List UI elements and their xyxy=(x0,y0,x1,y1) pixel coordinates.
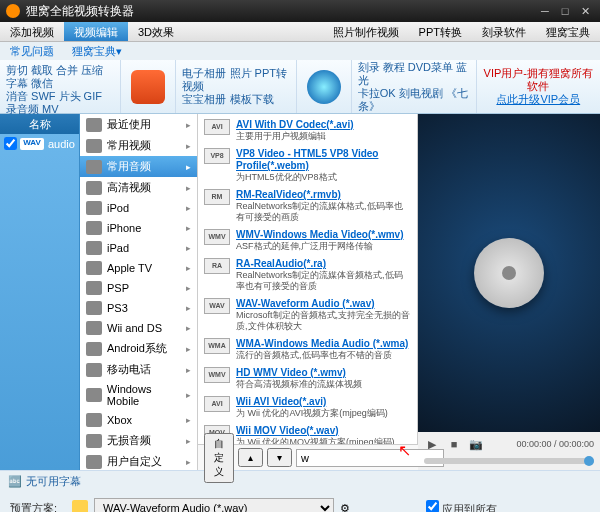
wav-icon: WAV xyxy=(20,138,44,150)
category-item[interactable]: 高清视频▸ xyxy=(80,177,197,198)
chevron-right-icon: ▸ xyxy=(186,303,191,313)
category-icon xyxy=(86,413,102,427)
category-item[interactable]: 常用视频▸ xyxy=(80,135,197,156)
category-item[interactable]: 常用音频▸ xyxy=(80,156,197,177)
list-item[interactable]: WAV audio xyxy=(0,134,79,153)
apply-all-checkbox[interactable] xyxy=(426,500,439,513)
category-icon xyxy=(86,139,102,153)
category-item[interactable]: iPhone▸ xyxy=(80,218,197,238)
vip-upgrade-link[interactable]: 点此升级VIP会员 xyxy=(483,93,594,106)
category-item[interactable]: Windows Mobile▸ xyxy=(80,380,197,410)
format-item[interactable]: VP8VP8 Video - HTML5 VP8 Video Profile(*… xyxy=(198,145,417,186)
category-icon xyxy=(86,342,102,356)
up-button[interactable]: ▴ xyxy=(238,448,263,467)
category-list: 最近使用▸常用视频▸常用音频▸高清视频▸iPod▸iPhone▸iPad▸App… xyxy=(80,114,198,470)
chevron-right-icon: ▸ xyxy=(186,141,191,151)
toolbar-vip[interactable]: VIP用户-拥有狸窝所有软件 点此升级VIP会员 xyxy=(476,60,600,113)
preview-panel: ▶ ■ 📷 00:00:00 / 00:00:00 xyxy=(418,114,600,470)
format-badge-icon: RM xyxy=(204,189,230,205)
category-icon xyxy=(86,281,102,295)
disc-icon[interactable] xyxy=(307,70,341,104)
format-item[interactable]: AVIAVI With DV Codec(*.avi)主要用于用户视频编辑 xyxy=(198,116,417,145)
format-badge-icon: AVI xyxy=(204,396,230,412)
category-icon xyxy=(86,118,102,132)
menu-3d-effect[interactable]: 3D效果 xyxy=(128,22,184,41)
category-icon xyxy=(86,301,102,315)
category-item[interactable]: Xbox▸ xyxy=(80,410,197,430)
format-badge-icon: WMV xyxy=(204,229,230,245)
preview-screen xyxy=(418,114,600,432)
menu-photo-video[interactable]: 照片制作视频 xyxy=(323,22,409,41)
close-icon[interactable]: ✕ xyxy=(576,4,594,18)
custom-button[interactable]: 自定义 xyxy=(204,433,234,483)
category-item[interactable]: 用户自定义▸ xyxy=(80,451,197,470)
format-badge-icon: RA xyxy=(204,258,230,274)
category-icon xyxy=(86,181,102,195)
toolbar-tools[interactable]: 剪切 截取 合并 压缩 字幕 微信 消音 SWF 片头 GIF 录音频 MV xyxy=(0,60,120,113)
menu-video-edit[interactable]: 视频编辑 xyxy=(64,22,128,41)
chevron-right-icon: ▸ xyxy=(186,344,191,354)
format-badge-icon: WMV xyxy=(204,367,230,383)
menu-add-video[interactable]: 添加视频 xyxy=(0,22,64,41)
toolbar-burn[interactable]: 刻录 教程 DVD菜单 蓝光 卡拉OK 刻电视剧 《七条》 xyxy=(351,60,476,113)
menu-ppt[interactable]: PPT转换 xyxy=(409,22,472,41)
ppt-icon[interactable] xyxy=(131,70,165,104)
category-item[interactable]: iPod▸ xyxy=(80,198,197,218)
format-list: AVIAVI With DV Codec(*.avi)主要用于用户视频编辑VP8… xyxy=(198,114,418,444)
film-reel-icon xyxy=(474,238,544,308)
link-faq[interactable]: 常见问题 xyxy=(10,44,54,59)
format-item[interactable]: WMVWMV-Windows Media Video(*.wmv)ASF格式的延… xyxy=(198,226,417,255)
window-title: 狸窝全能视频转换器 xyxy=(26,3,534,20)
category-item[interactable]: Android系统▸ xyxy=(80,338,197,359)
format-badge-icon: WMA xyxy=(204,338,230,354)
preset-settings-icon[interactable]: ⚙ xyxy=(340,502,350,513)
category-item[interactable]: 无损音频▸ xyxy=(80,430,197,451)
chevron-right-icon: ▸ xyxy=(186,415,191,425)
category-item[interactable]: 移动电话▸ xyxy=(80,359,197,380)
format-item[interactable]: WAVWAV-Waveform Audio (*.wav)Microsoft制定… xyxy=(198,295,417,335)
subtitle-icon: 🔤 xyxy=(8,475,22,488)
seek-slider[interactable] xyxy=(424,458,594,464)
menu-burn[interactable]: 刻录软件 xyxy=(472,22,536,41)
chevron-right-icon: ▸ xyxy=(186,436,191,446)
format-badge-icon: AVI xyxy=(204,119,230,135)
category-icon xyxy=(86,455,102,469)
category-icon xyxy=(86,160,102,174)
search-input[interactable] xyxy=(296,449,444,467)
menu-baodian[interactable]: 狸窝宝典 xyxy=(536,22,600,41)
filelist-header: 名称 xyxy=(0,114,79,134)
toolbar-album[interactable]: 电子相册 照片 PPT转视频 宝宝相册 模板下载 xyxy=(175,60,295,113)
category-item[interactable]: 最近使用▸ xyxy=(80,114,197,135)
down-button[interactable]: ▾ xyxy=(267,448,292,467)
category-icon xyxy=(86,434,102,448)
link-baodian[interactable]: 狸窝宝典▾ xyxy=(72,44,122,59)
minimize-icon[interactable]: ─ xyxy=(536,4,554,18)
category-item[interactable]: Wii and DS▸ xyxy=(80,318,197,338)
chevron-right-icon: ▸ xyxy=(186,223,191,233)
chevron-right-icon: ▸ xyxy=(186,263,191,273)
maximize-icon[interactable]: □ xyxy=(556,4,574,18)
category-item[interactable]: PSP▸ xyxy=(80,278,197,298)
file-checkbox[interactable] xyxy=(4,137,17,150)
stop-icon[interactable]: ■ xyxy=(446,436,462,452)
category-item[interactable]: PS3▸ xyxy=(80,298,197,318)
format-item[interactable]: WMAWMA-Windows Media Audio (*.wma)流行的音频格… xyxy=(198,335,417,364)
category-item[interactable]: Apple TV▸ xyxy=(80,258,197,278)
category-icon xyxy=(86,321,102,335)
format-badge-icon: WAV xyxy=(204,298,230,314)
chevron-right-icon: ▸ xyxy=(186,365,191,375)
format-item[interactable]: RARA-RealAudio(*.ra)RealNetworks制定的流媒体音频… xyxy=(198,255,417,295)
chevron-right-icon: ▸ xyxy=(186,203,191,213)
format-item[interactable]: AVIWii AVI Video(*.avi)为 Wii 优化的AVI视频方案(… xyxy=(198,393,417,422)
preset-select[interactable]: WAV-Waveform Audio (*.wav) xyxy=(94,498,334,512)
category-item[interactable]: iPad▸ xyxy=(80,238,197,258)
format-item[interactable]: WMVHD WMV Video (*.wmv)符合高清视频标准的流媒体视频 xyxy=(198,364,417,393)
snapshot-icon[interactable]: 📷 xyxy=(468,436,484,452)
subtitle-status: 无可用字幕 xyxy=(26,474,81,489)
format-icon xyxy=(72,500,88,512)
format-item[interactable]: RMRM-RealVideo(*.rmvb)RealNetworks制定的流媒体… xyxy=(198,186,417,226)
chevron-right-icon: ▸ xyxy=(186,390,191,400)
chevron-right-icon: ▸ xyxy=(186,283,191,293)
chevron-right-icon: ▸ xyxy=(186,120,191,130)
main-menu: 添加视频 视频编辑 3D效果 照片制作视频 PPT转换 刻录软件 狸窝宝典 xyxy=(0,22,600,42)
